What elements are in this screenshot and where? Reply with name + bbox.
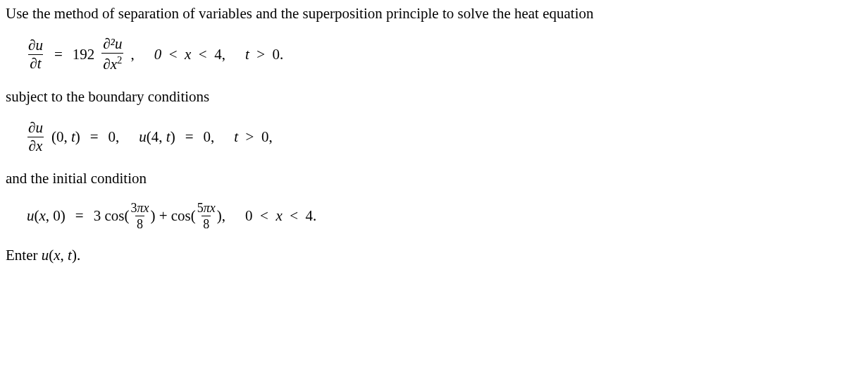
zero-value: 0,: [204, 128, 215, 146]
equals-sign: =: [90, 128, 99, 146]
ic-lhs: u(x, 0): [27, 206, 66, 225]
prompt-u: u: [42, 247, 49, 264]
bc2: u(4, t): [139, 128, 175, 146]
ic-rhs: 3 cos( 3πx 8 ) + cos( 5πx 8 ),: [94, 202, 225, 230]
du-dt-fraction: ∂u ∂t: [27, 38, 44, 71]
plus-cos: ) + cos(: [150, 206, 195, 225]
arg1-fraction: 3πx 8: [129, 202, 150, 230]
answer-prompt: Enter u(x, t).: [6, 246, 862, 264]
ic-intro: and the initial condition: [6, 169, 862, 187]
close-paren: ),: [217, 206, 225, 225]
bc1-args: (0, t): [51, 128, 80, 146]
du-dx-fraction: ∂u ∂x: [27, 121, 44, 154]
frac-num: ∂u: [27, 38, 44, 54]
t-domain: t > 0,: [234, 128, 272, 146]
frac-num: ∂u: [27, 121, 44, 137]
frac-den: ∂x: [27, 137, 44, 154]
intro-text: Use the method of separation of variable…: [6, 4, 862, 23]
prompt-args: (x, t).: [49, 247, 80, 264]
prompt-pre: Enter: [6, 247, 42, 264]
x-domain: 0 < x < 4.: [245, 206, 316, 225]
term1-coef: 3 cos(: [94, 206, 130, 225]
x-domain: 0 < x < 4,: [154, 45, 225, 63]
zero-value: 0,: [108, 128, 120, 146]
problem-page: Use the method of separation of variable…: [0, 0, 868, 264]
frac-den: ∂t: [28, 54, 42, 71]
frac-num: 5πx: [196, 202, 217, 216]
frac-num: 3πx: [129, 202, 150, 216]
t-domain: t > 0.: [245, 45, 283, 63]
frac-den: 8: [135, 216, 144, 230]
frac-den: ∂x2: [101, 53, 123, 72]
arg2-fraction: 5πx 8: [196, 202, 217, 230]
coefficient: 192: [73, 45, 95, 63]
boundary-conditions: ∂u ∂x (0, t) = 0, u(4, t) = 0, t > 0,: [27, 121, 862, 154]
comma: ,: [130, 45, 134, 63]
equals-sign: =: [75, 206, 84, 225]
d2u-dx2-fraction: ∂²u ∂x2: [101, 37, 123, 72]
equals-sign: =: [54, 45, 63, 63]
frac-num: ∂²u: [101, 37, 123, 53]
initial-condition: u(x, 0) = 3 cos( 3πx 8 ) + cos( 5πx 8 ),…: [27, 202, 862, 230]
frac-den: 8: [202, 216, 211, 230]
bc-intro: subject to the boundary conditions: [6, 87, 862, 106]
heat-equation: ∂u ∂t = 192 ∂²u ∂x2 , 0 < x < 4, t > 0.: [27, 37, 862, 72]
equals-sign: =: [185, 128, 194, 146]
